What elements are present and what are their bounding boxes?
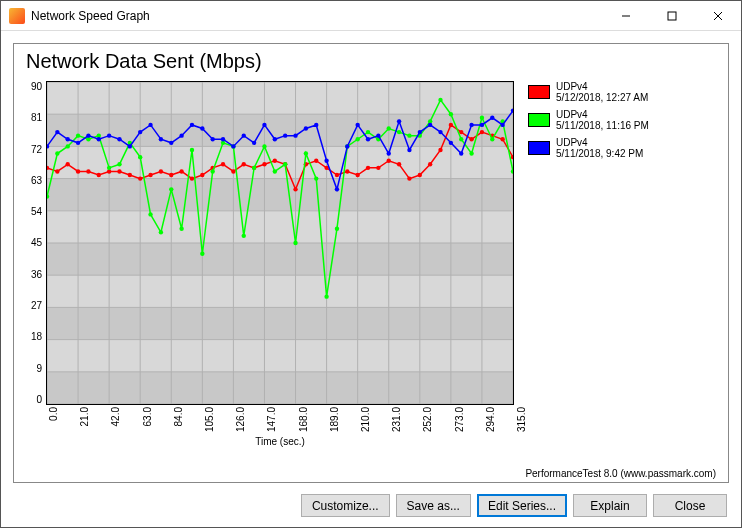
svg-point-109 [273,169,277,173]
svg-point-52 [159,169,163,173]
x-tick: 21.0 [79,407,90,437]
svg-point-45 [86,169,90,173]
svg-point-170 [428,123,432,127]
save-as-button[interactable]: Save as... [396,494,471,517]
svg-point-169 [418,130,422,134]
x-tick: 231.0 [391,407,402,437]
svg-point-77 [418,173,422,177]
svg-point-157 [293,133,297,137]
svg-point-65 [293,187,297,191]
svg-point-168 [407,148,411,152]
svg-point-138 [97,137,101,141]
svg-point-83 [480,130,484,134]
svg-rect-11 [47,307,513,339]
svg-point-44 [76,169,80,173]
y-tick: 45 [24,237,42,248]
chart-frame: Network Data Sent (Mbps) 908172635445362… [13,43,729,483]
svg-point-98 [159,230,163,234]
svg-point-103 [210,169,214,173]
svg-point-146 [179,133,183,137]
svg-point-59 [231,169,235,173]
svg-point-121 [397,130,401,134]
svg-point-113 [314,176,318,180]
svg-point-88 [55,151,59,155]
svg-point-128 [469,151,473,155]
svg-point-50 [138,176,142,180]
y-tick: 0 [24,394,42,405]
x-tick: 63.0 [142,407,153,437]
svg-rect-12 [47,340,513,372]
svg-point-75 [397,162,401,166]
credit-text: PerformanceTest 8.0 (www.passmark.com) [525,468,716,479]
svg-point-158 [304,126,308,130]
close-dialog-button[interactable]: Close [653,494,727,517]
svg-point-54 [179,169,183,173]
svg-point-80 [449,123,453,127]
svg-point-150 [221,137,225,141]
x-axis: Time (sec.) 0.021.042.063.084.0105.0126.… [46,407,514,447]
x-tick: 168.0 [298,407,309,437]
x-tick: 126.0 [235,407,246,437]
svg-point-85 [500,137,504,141]
legend-swatch [528,141,550,155]
svg-point-93 [107,166,111,170]
x-tick: 210.0 [360,407,371,437]
svg-rect-5 [47,114,513,146]
svg-point-145 [169,141,173,145]
svg-point-101 [190,148,194,152]
legend-swatch [528,113,550,127]
svg-point-51 [148,173,152,177]
legend-item: UDPv45/11/2018, 11:16 PM [528,109,694,131]
x-tick: 105.0 [204,407,215,437]
y-tick: 90 [24,81,42,92]
svg-point-156 [283,133,287,137]
svg-point-140 [117,137,121,141]
x-tick: 84.0 [173,407,184,437]
svg-point-134 [55,130,59,134]
svg-point-175 [480,123,484,127]
svg-point-78 [428,162,432,166]
legend-label: UDPv45/12/2018, 12:27 AM [556,81,648,103]
svg-point-49 [128,173,132,177]
legend-item: UDPv45/11/2018, 9:42 PM [528,137,694,159]
button-bar: Customize... Save as... Edit Series... E… [301,494,727,517]
svg-point-147 [190,123,194,127]
svg-point-162 [345,144,349,148]
maximize-button[interactable] [649,1,695,30]
svg-point-120 [387,126,391,130]
svg-point-155 [273,137,277,141]
y-tick: 54 [24,206,42,217]
svg-point-43 [66,162,70,166]
svg-point-107 [252,166,256,170]
y-tick: 9 [24,363,42,374]
svg-point-154 [262,123,266,127]
svg-point-74 [387,159,391,163]
legend-swatch [528,85,550,99]
explain-button[interactable]: Explain [573,494,647,517]
svg-point-72 [366,166,370,170]
svg-point-141 [128,144,132,148]
svg-point-90 [76,133,80,137]
window-title: Network Speed Graph [31,9,603,23]
svg-point-161 [335,187,339,191]
customize-button[interactable]: Customize... [301,494,390,517]
svg-point-143 [148,123,152,127]
svg-point-163 [355,123,359,127]
svg-point-153 [252,141,256,145]
minimize-button[interactable] [603,1,649,30]
y-axis: 90817263544536271890 [24,81,46,405]
svg-point-46 [97,173,101,177]
svg-point-56 [200,173,204,177]
edit-series-button[interactable]: Edit Series... [477,494,567,517]
y-tick: 27 [24,300,42,311]
svg-rect-4 [47,82,513,114]
svg-point-89 [66,144,70,148]
close-button[interactable] [695,1,741,30]
svg-point-94 [117,162,121,166]
svg-rect-1 [668,12,676,20]
x-tick: 252.0 [422,407,433,437]
svg-point-144 [159,137,163,141]
svg-point-62 [262,162,266,166]
x-tick: 273.0 [454,407,465,437]
svg-point-76 [407,176,411,180]
